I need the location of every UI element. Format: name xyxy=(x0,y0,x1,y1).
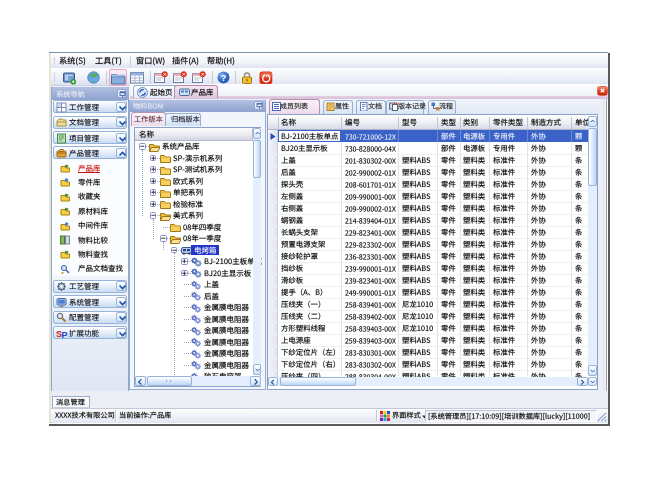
svg-text:P: P xyxy=(61,329,67,339)
svg-text:?: ? xyxy=(221,73,227,83)
